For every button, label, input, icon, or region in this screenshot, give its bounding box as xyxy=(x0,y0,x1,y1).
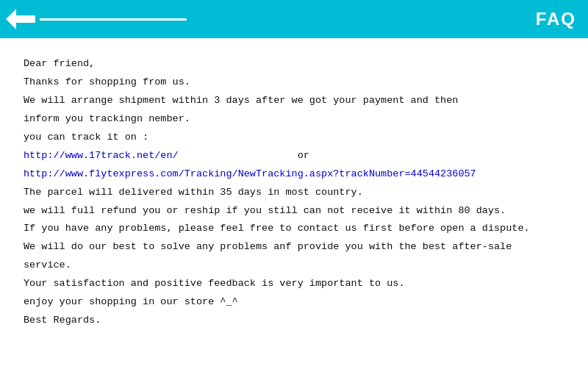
header-bar: FAQ xyxy=(0,0,588,38)
line-14: enjoy your shopping in our store ^_^ xyxy=(24,294,564,311)
svg-marker-0 xyxy=(6,9,35,29)
line-8: The parcel will delivered within 35 days… xyxy=(24,184,564,201)
line-5: you can track it on : xyxy=(24,129,564,146)
line-15: Best Regards. xyxy=(24,312,564,329)
line-6: http://www.17track.net/en/ or xyxy=(24,148,564,165)
line-6-spacer xyxy=(184,150,292,161)
track-url-17track[interactable]: http://www.17track.net/en/ xyxy=(24,150,179,161)
back-arrow-icon[interactable] xyxy=(4,3,37,35)
line-2: Thanks for shopping from us. xyxy=(24,74,564,91)
line-6-or: or xyxy=(298,150,309,161)
line-11: We will do our best to solve any problem… xyxy=(24,239,564,256)
line-12: service. xyxy=(24,257,564,274)
header-line xyxy=(40,18,187,21)
header-title: FAQ xyxy=(536,9,576,29)
line-13: Your satisfaction and positive feedback … xyxy=(24,276,564,293)
header-icon-wrapper xyxy=(0,3,187,35)
line-1: Dear friend, xyxy=(24,56,564,73)
track-url-flytexpress[interactable]: http://www.flytexpress.com/Tracking/NewT… xyxy=(24,168,476,179)
line-4: inform you trackingn nember. xyxy=(24,111,564,128)
line-9: we will full refund you or reship if you… xyxy=(24,203,564,220)
line-3: We will arrange shipment within 3 days a… xyxy=(24,93,564,110)
content-area: Dear friend, Thanks for shopping from us… xyxy=(0,38,588,345)
line-10: If you have any problems, please feel fr… xyxy=(24,221,564,237)
line-7: http://www.flytexpress.com/Tracking/NewT… xyxy=(24,166,564,183)
